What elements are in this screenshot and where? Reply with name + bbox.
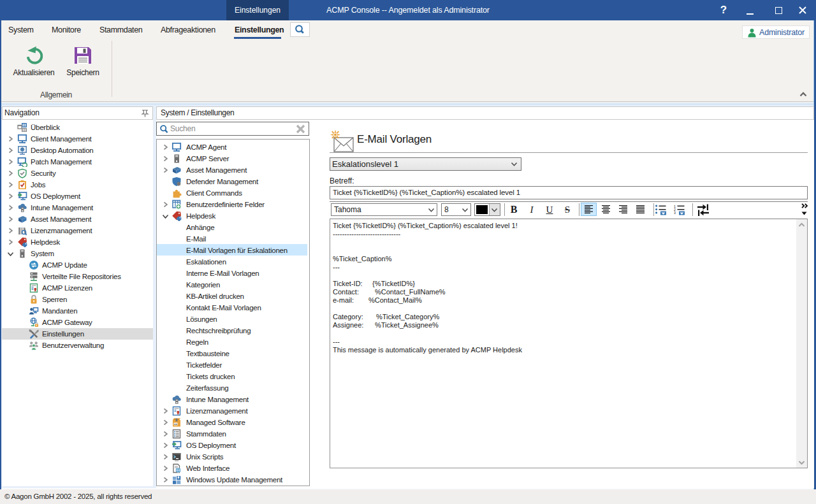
svg-text:3: 3 <box>674 211 676 215</box>
